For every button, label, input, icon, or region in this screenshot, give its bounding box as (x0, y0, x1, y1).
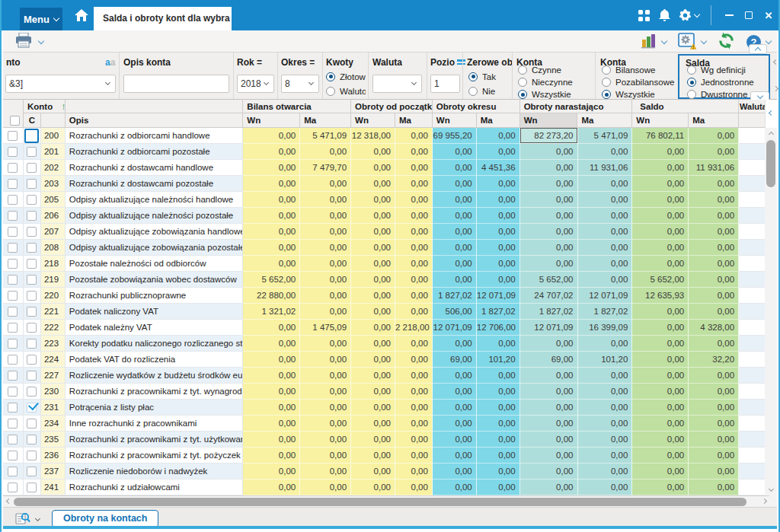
account-number[interactable]: 237 (41, 464, 66, 479)
amount-cell[interactable]: 0,00 (395, 432, 433, 448)
amount-cell[interactable]: 0,00 (243, 240, 300, 256)
amount-cell[interactable]: 0,00 (578, 479, 633, 495)
amount-cell[interactable]: 2 218,00 (395, 320, 433, 336)
amount-cell[interactable]: 0,00 (578, 256, 633, 272)
amount-cell[interactable]: 0,00 (578, 176, 633, 192)
row-c-checkbox[interactable] (24, 256, 41, 272)
table-row[interactable]: 237Rozliczenie niedoborów i nadwyżek0,00… (3, 464, 769, 479)
amount-cell[interactable]: 0,00 (395, 240, 433, 256)
radio-option[interactable]: Waluto (326, 84, 366, 98)
account-number[interactable]: 203 (41, 176, 66, 192)
amount-cell[interactable]: 0,00 (578, 272, 633, 288)
row-select-checkbox[interactable] (3, 368, 24, 384)
amount-cell[interactable]: 0,00 (433, 160, 477, 176)
account-description[interactable]: Pozostałe zobowiązania wobec dostawców (66, 272, 244, 288)
account-description[interactable]: Rozrachunki z dostawcami handlowe (66, 160, 244, 176)
amount-cell[interactable]: 0,00 (477, 272, 520, 288)
amount-cell[interactable]: 0,00 (300, 432, 351, 448)
amount-cell[interactable]: 0,00 (689, 176, 739, 192)
amount-cell[interactable]: 0,00 (351, 272, 395, 288)
radio-button[interactable] (518, 90, 527, 99)
scroll-left-arrow[interactable] (3, 496, 14, 508)
amount-cell[interactable]: 0,00 (520, 464, 578, 479)
amount-cell[interactable]: 0,00 (300, 464, 351, 479)
amount-cell[interactable]: 0,00 (578, 416, 633, 432)
amount-cell[interactable]: 12 071,09 (433, 320, 477, 336)
account-number[interactable]: 219 (41, 272, 66, 288)
menu-button[interactable]: Menu (20, 8, 62, 30)
radio-option[interactable]: Złotow (326, 69, 366, 84)
amount-cell[interactable]: 22 880,00 (243, 288, 300, 304)
amount-cell[interactable]: 0,00 (243, 479, 300, 495)
close-button[interactable]: ✕ (759, 0, 778, 30)
table-row[interactable]: 223Korekty podatku naliczonego rozliczan… (3, 336, 769, 352)
amount-cell[interactable]: 0,00 (395, 160, 433, 176)
amount-cell[interactable]: 0,00 (395, 288, 433, 304)
row-select-checkbox[interactable] (3, 320, 24, 336)
amount-cell[interactable]: 0,00 (689, 432, 739, 448)
radio-option[interactable]: Tak (468, 69, 496, 84)
amount-cell[interactable]: 0,00 (300, 240, 351, 256)
table-row[interactable]: 221Podatek naliczony VAT1 321,020,000,00… (3, 304, 769, 320)
amount-cell[interactable]: 0,00 (689, 384, 739, 400)
amount-cell[interactable]: 101,20 (578, 352, 633, 368)
row-c-checkbox[interactable] (24, 448, 41, 464)
row-select-checkbox[interactable] (3, 448, 24, 464)
tab-obroty-na-kontach[interactable]: Obroty na kontach (52, 510, 158, 527)
account-number[interactable]: 235 (41, 432, 66, 448)
panel-collapse-arrow[interactable] (765, 100, 777, 128)
table-row[interactable]: 201Rozrachunki z odbiorcami pozostałe0,0… (3, 144, 769, 160)
column-header-bilans-wn[interactable]: Wn (243, 113, 300, 128)
account-description[interactable]: Odpisy aktualizujące zobowiązania handlo… (66, 224, 244, 240)
radio-button[interactable] (602, 90, 611, 99)
account-description[interactable]: Rozliczenie niedoborów i nadwyżek (66, 464, 244, 479)
amount-cell[interactable]: 0,00 (477, 384, 520, 400)
amount-cell[interactable]: 0,00 (395, 208, 433, 224)
amount-cell[interactable]: 0,00 (433, 272, 477, 288)
amount-cell[interactable]: 0,00 (300, 208, 351, 224)
account-number[interactable]: 206 (41, 208, 66, 224)
account-description[interactable]: Podatek VAT do rozliczenia (66, 352, 244, 368)
amount-cell[interactable]: 0,00 (477, 336, 520, 352)
amount-cell[interactable]: 11 931,06 (578, 160, 633, 176)
account-description[interactable]: Rozrachunki z udziałowcami (66, 479, 244, 495)
table-row[interactable]: 220Rozrachunki publicznoprawne22 880,000… (3, 288, 769, 304)
column-header-saldo-wn[interactable]: Wn (632, 113, 689, 128)
amount-cell[interactable]: 0,00 (395, 272, 433, 288)
amount-cell[interactable]: 0,00 (632, 304, 689, 320)
amount-cell[interactable]: 0,00 (395, 479, 433, 495)
amount-cell[interactable]: 0,00 (477, 256, 520, 272)
horizontal-scrollbar[interactable] (3, 495, 769, 507)
amount-cell[interactable]: 12 635,93 (632, 288, 689, 304)
amount-cell[interactable]: 0,00 (477, 176, 520, 192)
row-select-checkbox[interactable] (3, 224, 24, 240)
amount-cell[interactable]: 0,00 (243, 192, 300, 208)
account-description[interactable]: Rozrachunki z dostawcami pozostałe (66, 176, 244, 192)
scroll-right-arrow[interactable] (759, 496, 769, 508)
account-number[interactable]: 202 (41, 160, 66, 176)
amount-cell[interactable]: 0,00 (243, 336, 300, 352)
amount-cell[interactable]: 0,00 (477, 368, 520, 384)
column-header-saldo-ma[interactable]: Ma (689, 113, 739, 128)
amount-cell[interactable]: 0,00 (243, 128, 300, 144)
amount-cell[interactable]: 0,00 (395, 464, 433, 479)
amount-cell[interactable]: 0,00 (578, 384, 633, 400)
amount-cell[interactable]: 0,00 (395, 368, 433, 384)
account-description[interactable]: Podatek należny VAT (66, 320, 244, 336)
amount-cell[interactable]: 0,00 (477, 416, 520, 432)
table-row[interactable]: 219Pozostałe zobowiązania wobec dostawcó… (3, 272, 769, 288)
amount-cell[interactable]: 0,00 (520, 416, 578, 432)
amount-cell[interactable]: 0,00 (395, 304, 433, 320)
amount-cell[interactable]: 0,00 (433, 144, 477, 160)
account-number[interactable]: 234 (41, 416, 66, 432)
amount-cell[interactable]: 0,00 (520, 400, 578, 416)
amount-cell[interactable]: 0,00 (578, 208, 633, 224)
amount-cell[interactable]: 5 652,00 (520, 272, 578, 288)
row-select-checkbox[interactable] (3, 208, 24, 224)
table-row[interactable]: 235Rozrachunki z pracownikami z tyt. uży… (3, 432, 769, 448)
maximize-button[interactable] (739, 0, 759, 30)
amount-cell[interactable]: 0,00 (243, 368, 300, 384)
radio-option[interactable]: Pozabilansowe (602, 76, 674, 88)
amount-cell[interactable]: 0,00 (689, 288, 739, 304)
radio-button[interactable] (326, 72, 335, 81)
